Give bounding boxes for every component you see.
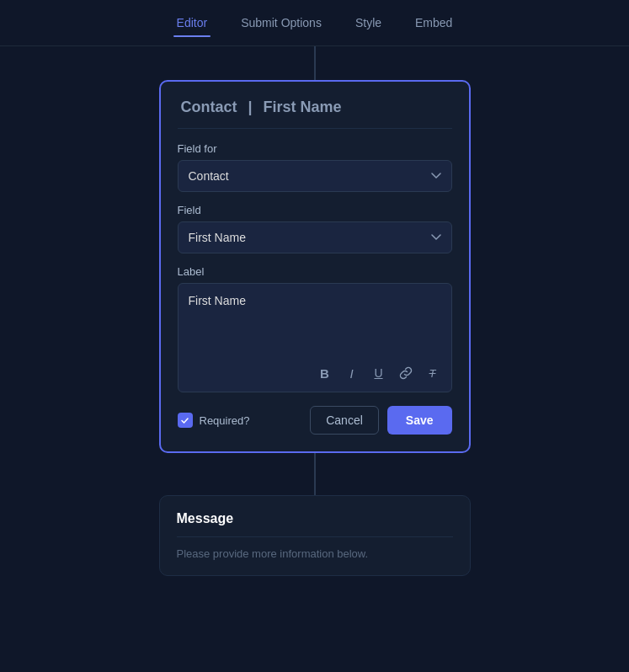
label-section-label: Label <box>178 265 452 278</box>
action-buttons: Cancel Save <box>310 406 451 435</box>
message-card-title: Message <box>177 511 453 537</box>
bold-button[interactable]: B <box>315 363 335 383</box>
field-select[interactable]: First Name <box>178 221 452 253</box>
top-navigation: Editor Submit Options Style Embed <box>0 0 629 46</box>
editor-card: Contact | First Name Field for Contact F… <box>159 80 471 453</box>
checkbox-checked-icon <box>178 413 193 428</box>
tab-editor[interactable]: Editor <box>173 9 211 36</box>
tab-embed[interactable]: Embed <box>412 9 456 36</box>
field-for-section: Field for Contact <box>178 142 452 192</box>
main-content: Contact | First Name Field for Contact F… <box>0 46 629 672</box>
field-label: Field <box>178 204 452 216</box>
message-placeholder-text: Please provide more information below. <box>177 547 453 560</box>
connector-middle <box>314 453 316 495</box>
connector-top <box>314 46 316 80</box>
actions-row: Required? Cancel Save <box>178 406 452 435</box>
label-text-value: First Name <box>189 294 441 307</box>
save-button[interactable]: Save <box>387 406 452 435</box>
cancel-button[interactable]: Cancel <box>310 406 379 435</box>
card-title: Contact | First Name <box>178 99 452 129</box>
clear-format-button[interactable]: T <box>423 363 443 383</box>
required-label: Required? <box>200 414 250 427</box>
italic-button[interactable]: I <box>342 363 362 383</box>
underline-button[interactable]: U <box>369 363 389 383</box>
label-section: Label First Name B I U T <box>178 265 452 392</box>
required-checkbox[interactable]: Required? <box>178 413 250 428</box>
message-card: Message Please provide more information … <box>159 495 471 576</box>
tab-submit-options[interactable]: Submit Options <box>237 9 325 36</box>
text-toolbar: B I U T <box>315 363 443 383</box>
link-button[interactable] <box>396 363 416 383</box>
label-textarea[interactable]: First Name B I U T <box>178 283 452 392</box>
tab-style[interactable]: Style <box>352 9 385 36</box>
card-title-contact: Contact <box>181 99 237 115</box>
card-title-separator: | <box>244 99 257 115</box>
card-title-firstname: First Name <box>264 99 342 115</box>
field-for-select[interactable]: Contact <box>178 160 452 192</box>
field-for-label: Field for <box>178 142 452 155</box>
field-section: Field First Name <box>178 204 452 253</box>
